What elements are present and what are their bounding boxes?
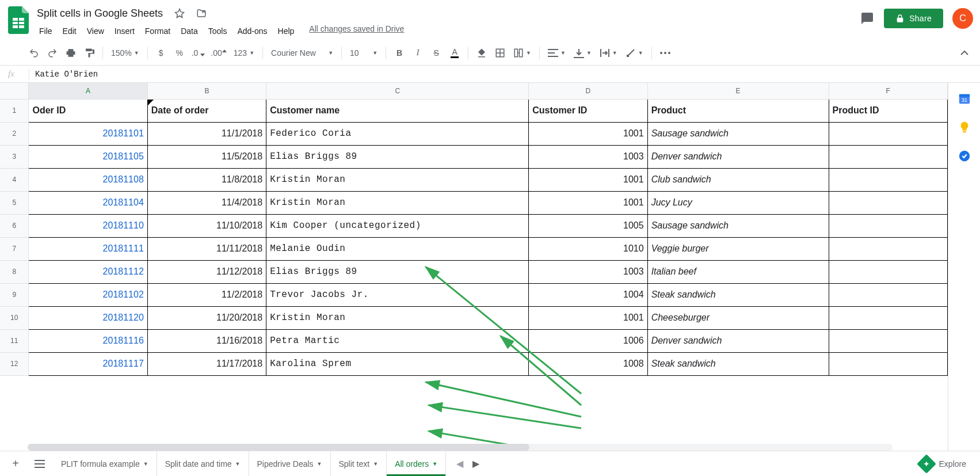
column-header-D[interactable]: D <box>529 83 647 99</box>
italic-button[interactable]: I <box>409 44 426 62</box>
cell-customer-id[interactable]: 1003 <box>529 260 647 283</box>
row-header-4[interactable]: 4 <box>0 168 29 191</box>
sheet-tab[interactable]: Split text▼ <box>331 451 387 476</box>
row-header-1[interactable]: 1 <box>0 99 29 122</box>
cell-customer-id[interactable]: 1003 <box>529 145 647 168</box>
header-cell[interactable]: Customer ID <box>529 99 647 122</box>
menu-file[interactable]: File <box>35 24 57 38</box>
menu-insert[interactable]: Insert <box>110 24 139 38</box>
cell-customer-id[interactable]: 1001 <box>529 122 647 145</box>
sheet-tab[interactable]: Pipedrive Deals▼ <box>249 451 331 476</box>
row-header-8[interactable]: 8 <box>0 260 29 283</box>
column-header-F[interactable]: F <box>829 83 947 99</box>
row-header-3[interactable]: 3 <box>0 145 29 168</box>
format-currency-button[interactable]: $ <box>152 44 170 62</box>
cell-date[interactable]: 11/17/2018 <box>147 352 266 375</box>
row-header-2[interactable]: 2 <box>0 122 29 145</box>
column-header-A[interactable]: A <box>29 83 147 99</box>
cell-customer-name[interactable]: Kristin Moran <box>266 168 529 191</box>
text-rotation-button[interactable]: ▼ <box>622 44 647 62</box>
cell-customer-name[interactable]: Kim Cooper (uncategorized) <box>266 214 529 237</box>
cell-orderid[interactable]: 20181112 <box>29 260 147 283</box>
header-cell[interactable]: Product ID <box>829 99 947 122</box>
cell-product[interactable]: Veggie burger <box>647 237 829 260</box>
text-wrap-button[interactable]: ▼ <box>596 44 621 62</box>
formula-value[interactable]: Katie O'Brien <box>35 70 98 79</box>
cell-date[interactable]: 11/12/2018 <box>147 260 266 283</box>
row-header-6[interactable]: 6 <box>0 214 29 237</box>
cell-empty[interactable] <box>829 191 947 214</box>
cell-product[interactable]: Denver sandwich <box>647 145 829 168</box>
cell-product[interactable]: Steak sandwich <box>647 283 829 306</box>
cell-date[interactable]: 11/5/2018 <box>147 145 266 168</box>
explore-button[interactable]: ✦ Explore <box>910 457 975 471</box>
caret-down-icon[interactable]: ▼ <box>143 461 148 467</box>
formula-bar[interactable]: fx Katie O'Brien <box>0 66 980 83</box>
sheets-logo[interactable] <box>7 5 30 36</box>
cell-empty[interactable] <box>829 168 947 191</box>
cell-customer-name[interactable]: Melanie Oudin <box>266 237 529 260</box>
cell-date[interactable]: 11/8/2018 <box>147 168 266 191</box>
cell-empty[interactable] <box>829 329 947 352</box>
cell-orderid[interactable]: 20181116 <box>29 329 147 352</box>
decrease-decimal-button[interactable]: .0 <box>189 44 208 62</box>
horizontal-align-button[interactable]: ▼ <box>544 44 569 62</box>
increase-decimal-button[interactable]: .00 <box>208 44 228 62</box>
cell-empty[interactable] <box>829 306 947 329</box>
sheet-tab[interactable]: Split date and time▼ <box>157 451 249 476</box>
header-cell[interactable]: Oder ID <box>29 99 147 122</box>
cell-orderid[interactable]: 20181101 <box>29 122 147 145</box>
cell-empty[interactable] <box>829 260 947 283</box>
cell-customer-id[interactable]: 1001 <box>529 168 647 191</box>
menu-tools[interactable]: Tools <box>204 24 232 38</box>
tab-scroll-right[interactable]: ▶ <box>472 458 479 469</box>
cell-product[interactable]: Jucy Lucy <box>647 191 829 214</box>
column-header-B[interactable]: B <box>147 83 266 99</box>
cell-empty[interactable] <box>829 145 947 168</box>
calendar-icon[interactable]: 31 <box>958 92 971 105</box>
menu-addons[interactable]: Add-ons <box>232 24 272 38</box>
cell-customer-name[interactable]: Karolina Sprem <box>266 352 529 375</box>
star-icon[interactable] <box>172 6 187 21</box>
cell-customer-name[interactable]: Petra Martic <box>266 329 529 352</box>
cell-empty[interactable] <box>829 214 947 237</box>
caret-down-icon[interactable]: ▼ <box>317 461 322 467</box>
select-all-cell[interactable] <box>0 83 29 99</box>
row-header-7[interactable]: 7 <box>0 237 29 260</box>
menu-edit[interactable]: Edit <box>58 24 81 38</box>
bold-button[interactable]: B <box>391 44 408 62</box>
format-percent-button[interactable]: % <box>171 44 188 62</box>
document-title[interactable]: Split cells in Google Sheets <box>35 6 165 21</box>
zoom-dropdown[interactable]: 150%▼ <box>108 44 143 62</box>
cell-product[interactable]: Sausage sandwich <box>647 214 829 237</box>
row-header-5[interactable]: 5 <box>0 191 29 214</box>
font-dropdown[interactable]: Courier New▼ <box>268 44 337 62</box>
header-cell[interactable]: Date of order <box>147 99 266 122</box>
header-cell[interactable]: Customer name <box>266 99 529 122</box>
menu-format[interactable]: Format <box>140 24 175 38</box>
fill-color-button[interactable] <box>473 44 490 62</box>
cell-product[interactable]: Sausage sandwich <box>647 122 829 145</box>
move-icon[interactable] <box>194 6 209 21</box>
more-toolbar-button[interactable] <box>657 44 674 62</box>
row-header-11[interactable]: 11 <box>0 329 29 352</box>
cell-orderid[interactable]: 20181111 <box>29 237 147 260</box>
cell-customer-id[interactable]: 1006 <box>529 329 647 352</box>
cell-customer-name[interactable]: Elias Briggs 89 <box>266 145 529 168</box>
cell-orderid[interactable]: 20181105 <box>29 145 147 168</box>
account-avatar[interactable]: C <box>952 8 973 29</box>
cell-customer-id[interactable]: 1008 <box>529 352 647 375</box>
collapse-toolbar-button[interactable] <box>956 44 973 62</box>
header-cell[interactable]: Product <box>647 99 829 122</box>
keep-icon[interactable] <box>958 121 971 134</box>
menu-help[interactable]: Help <box>273 24 299 38</box>
cell-empty[interactable] <box>829 122 947 145</box>
cell-customer-id[interactable]: 1010 <box>529 237 647 260</box>
cell-empty[interactable] <box>829 237 947 260</box>
cell-customer-name[interactable]: Kristin Moran <box>266 191 529 214</box>
paint-format-button[interactable] <box>81 44 98 62</box>
spreadsheet-area[interactable]: ABCDEF1Oder IDDate of orderCustomer name… <box>0 83 948 451</box>
cell-orderid[interactable]: 20181104 <box>29 191 147 214</box>
tab-scroll-left[interactable]: ◀ <box>456 458 463 469</box>
more-formats-dropdown[interactable]: 123▼ <box>230 44 258 62</box>
